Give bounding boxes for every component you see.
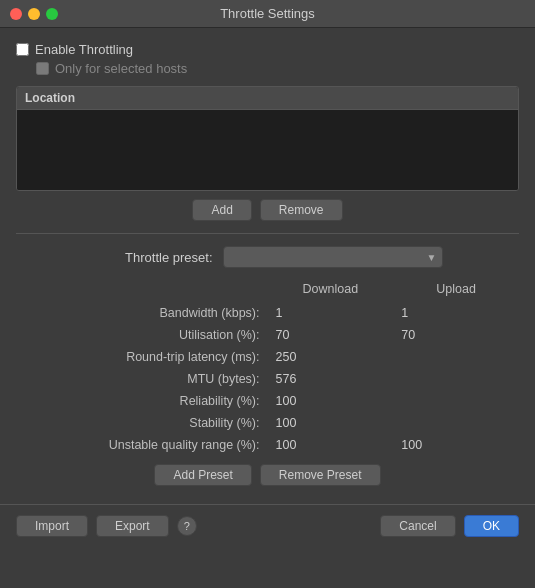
row-upload-value: 70: [393, 324, 519, 346]
row-label: MTU (bytes):: [16, 368, 268, 390]
row-upload-value: 100: [393, 434, 519, 456]
main-content: Enable Throttling Only for selected host…: [0, 28, 535, 496]
remove-preset-button[interactable]: Remove Preset: [260, 464, 381, 486]
cancel-button[interactable]: Cancel: [380, 515, 455, 537]
add-preset-button[interactable]: Add Preset: [154, 464, 251, 486]
table-buttons: Add Remove: [16, 199, 519, 221]
table-row: Stability (%):100: [16, 412, 519, 434]
row-download-value: 100: [268, 412, 394, 434]
row-label: Reliability (%):: [16, 390, 268, 412]
window-title: Throttle Settings: [220, 6, 315, 21]
preset-select[interactable]: [223, 246, 443, 268]
row-label: Round-trip latency (ms):: [16, 346, 268, 368]
location-body: [17, 110, 518, 190]
help-button[interactable]: ?: [177, 516, 197, 536]
row-upload-value: 1: [393, 302, 519, 324]
row-label: Stability (%):: [16, 412, 268, 434]
table-row: Reliability (%):100: [16, 390, 519, 412]
grid-spacer-header: [16, 280, 268, 302]
grid-download-header: Download: [268, 280, 394, 302]
section-divider: [16, 233, 519, 234]
row-download-value: 70: [268, 324, 394, 346]
row-label: Unstable quality range (%):: [16, 434, 268, 456]
grid-upload-header: Upload: [393, 280, 519, 302]
maximize-button[interactable]: [46, 8, 58, 20]
add-location-button[interactable]: Add: [192, 199, 251, 221]
table-row: Round-trip latency (ms):250: [16, 346, 519, 368]
row-label: Bandwidth (kbps):: [16, 302, 268, 324]
table-row: Unstable quality range (%):100100: [16, 434, 519, 456]
only-selected-hosts-checkbox[interactable]: [36, 62, 49, 75]
row-upload-value: [393, 368, 519, 390]
row-upload-value: [393, 346, 519, 368]
location-header: Location: [17, 87, 518, 110]
table-row: Bandwidth (kbps):11: [16, 302, 519, 324]
row-download-value: 1: [268, 302, 394, 324]
import-button[interactable]: Import: [16, 515, 88, 537]
remove-location-button[interactable]: Remove: [260, 199, 343, 221]
row-download-value: 100: [268, 434, 394, 456]
bottom-right-buttons: Cancel OK: [380, 515, 519, 537]
only-selected-hosts-row: Only for selected hosts: [36, 61, 519, 76]
export-button[interactable]: Export: [96, 515, 169, 537]
enable-throttling-label: Enable Throttling: [35, 42, 133, 57]
preset-row: Throttle preset: ▼: [16, 246, 519, 268]
preset-buttons: Add Preset Remove Preset: [16, 464, 519, 486]
table-row: MTU (bytes):576: [16, 368, 519, 390]
title-bar: Throttle Settings: [0, 0, 535, 28]
preset-label: Throttle preset:: [93, 250, 213, 265]
window-controls: [10, 8, 58, 20]
throttle-grid: Download Upload Bandwidth (kbps):11Utili…: [16, 280, 519, 456]
row-upload-value: [393, 390, 519, 412]
ok-button[interactable]: OK: [464, 515, 519, 537]
row-label: Utilisation (%):: [16, 324, 268, 346]
bottom-bar: Import Export ? Cancel OK: [0, 504, 535, 545]
only-selected-hosts-label: Only for selected hosts: [55, 61, 187, 76]
minimize-button[interactable]: [28, 8, 40, 20]
close-button[interactable]: [10, 8, 22, 20]
location-table: Location: [16, 86, 519, 191]
enable-throttling-checkbox[interactable]: [16, 43, 29, 56]
row-download-value: 100: [268, 390, 394, 412]
row-download-value: 576: [268, 368, 394, 390]
row-download-value: 250: [268, 346, 394, 368]
row-upload-value: [393, 412, 519, 434]
table-row: Utilisation (%):7070: [16, 324, 519, 346]
enable-throttling-row: Enable Throttling: [16, 42, 519, 57]
bottom-left-buttons: Import Export ?: [16, 515, 197, 537]
preset-select-wrapper: ▼: [223, 246, 443, 268]
